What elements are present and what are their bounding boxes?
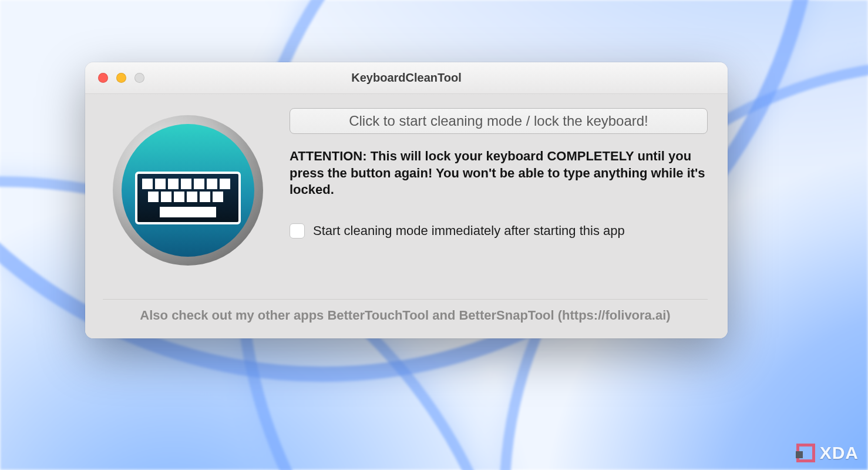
svg-rect-5 <box>168 179 179 189</box>
traffic-lights <box>98 73 144 83</box>
titlebar[interactable]: KeyboardCleanTool <box>85 62 728 94</box>
svg-rect-6 <box>181 179 191 189</box>
svg-rect-12 <box>174 192 184 202</box>
footer-text: Also check out my other apps BetterTouch… <box>103 308 708 328</box>
svg-rect-7 <box>194 179 204 189</box>
close-icon[interactable] <box>98 73 108 83</box>
divider <box>103 299 708 300</box>
svg-rect-11 <box>161 192 171 202</box>
auto-start-checkbox-label: Start cleaning mode immediately after st… <box>313 223 625 239</box>
window-body: Click to start cleaning mode / lock the … <box>85 94 728 338</box>
xda-logo-text: XDA <box>820 443 859 463</box>
start-cleaning-button[interactable]: Click to start cleaning mode / lock the … <box>290 108 708 134</box>
auto-start-checkbox-row: Start cleaning mode immediately after st… <box>290 223 708 239</box>
maximize-icon <box>134 73 144 83</box>
minimize-icon[interactable] <box>116 73 126 83</box>
auto-start-checkbox[interactable] <box>290 223 305 239</box>
svg-rect-3 <box>142 179 153 189</box>
xda-watermark: XDA <box>796 443 859 463</box>
attention-text: ATTENTION: This will lock your keyboard … <box>290 148 708 199</box>
svg-rect-16 <box>160 207 216 217</box>
svg-rect-13 <box>187 192 197 202</box>
svg-rect-9 <box>220 179 230 189</box>
svg-rect-4 <box>155 179 166 189</box>
xda-logo-icon <box>796 444 815 462</box>
svg-rect-10 <box>148 192 159 202</box>
app-icon <box>103 108 273 283</box>
svg-rect-8 <box>207 179 217 189</box>
svg-rect-15 <box>213 192 223 202</box>
window-title: KeyboardCleanTool <box>351 71 461 85</box>
app-window: KeyboardCleanTool <box>85 62 728 338</box>
svg-rect-14 <box>200 192 210 202</box>
